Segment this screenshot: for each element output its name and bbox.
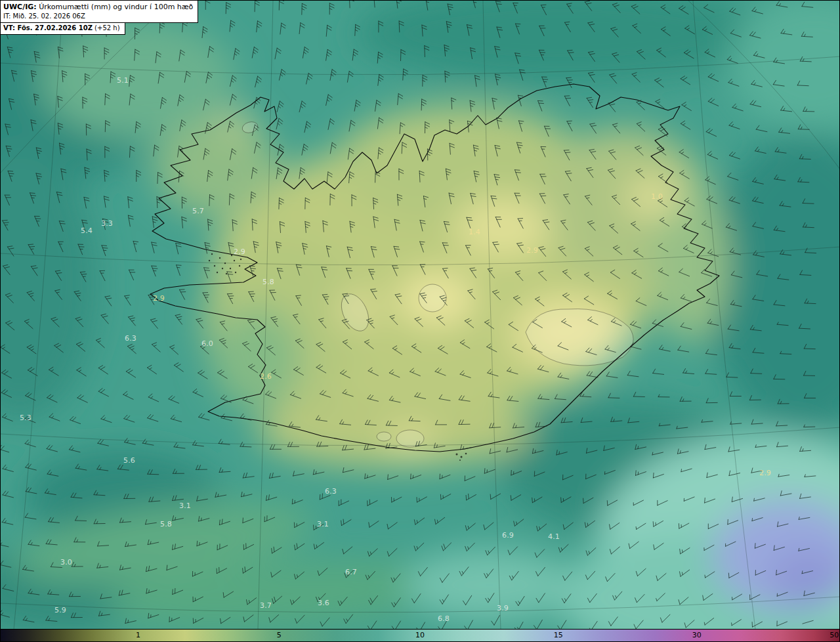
colorbar-tick-label: 30 — [692, 631, 702, 639]
product-name: Úrkomumætti (mm) og vindur í 100m hæð — [37, 3, 194, 11]
precipitation-field — [1, 1, 840, 629]
colorbar-tick-label: 5 — [277, 631, 282, 639]
valid-time: VT: Fös. 27.02.2026 10Z — [3, 24, 93, 32]
colorbar-tick-label: 50 — [830, 631, 839, 639]
colorbar-tick-label: 1 — [136, 631, 140, 639]
colorbar-tick-label: 10 — [415, 631, 425, 639]
title-box: UWC/IG: Úrkomumætti (mm) og vindur í 100… — [0, 0, 198, 23]
colorbar-tick-label: 15 — [554, 631, 563, 639]
init-time: IT: Mið. 25. 02. 2026 06Z — [3, 12, 193, 20]
valid-time-offset: (+52 h) — [93, 24, 120, 32]
weather-map: 5.15.73.35.42.91.42.91.05.82.96.36.02.65… — [0, 0, 840, 642]
colorbar: 1510153050 — [0, 629, 840, 642]
colorbar-ticks: 1510153050 — [1, 630, 839, 641]
map-area: 5.15.73.35.42.91.42.91.05.82.96.36.02.65… — [0, 0, 840, 629]
product-prefix: UWC/IG: — [3, 3, 37, 11]
chart-header: UWC/IG: Úrkomumætti (mm) og vindur í 100… — [0, 0, 198, 35]
valid-time-box: VT: Fös. 27.02.2026 10Z (+52 h) — [0, 22, 125, 35]
product-title: UWC/IG: Úrkomumætti (mm) og vindur í 100… — [3, 2, 193, 12]
